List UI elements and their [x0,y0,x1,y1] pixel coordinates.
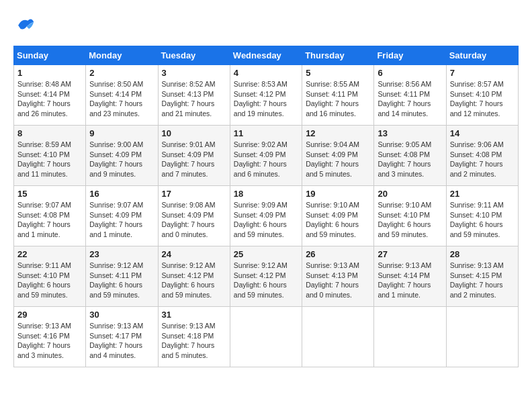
weekday-header-saturday: Saturday [446,46,518,65]
day-info: Sunrise: 9:00 AM Sunset: 4:09 PM Dayligh… [89,140,154,179]
day-number: 8 [17,128,82,138]
calendar-cell: 28 Sunrise: 9:13 AM Sunset: 4:15 PM Dayl… [446,246,518,307]
calendar-cell: 25 Sunrise: 9:12 AM Sunset: 4:12 PM Dayl… [230,246,302,307]
weekday-header-tuesday: Tuesday [158,46,230,65]
day-number: 13 [378,128,442,138]
week-row-3: 15 Sunrise: 9:07 AM Sunset: 4:08 PM Dayl… [14,186,519,246]
day-number: 1 [17,68,82,78]
calendar-cell: 12 Sunrise: 9:04 AM Sunset: 4:09 PM Dayl… [302,126,374,186]
day-info: Sunrise: 8:48 AM Sunset: 4:14 PM Dayligh… [17,79,82,119]
calendar-cell: 16 Sunrise: 9:07 AM Sunset: 4:09 PM Dayl… [86,186,158,246]
calendar-cell: 9 Sunrise: 9:00 AM Sunset: 4:09 PM Dayli… [86,126,158,186]
day-info: Sunrise: 8:59 AM Sunset: 4:10 PM Dayligh… [17,140,82,179]
day-info: Sunrise: 9:10 AM Sunset: 4:10 PM Dayligh… [378,200,442,240]
calendar-cell: 13 Sunrise: 9:05 AM Sunset: 4:08 PM Dayl… [374,126,446,186]
calendar-cell: 19 Sunrise: 9:10 AM Sunset: 4:09 PM Dayl… [302,186,374,246]
week-row-5: 29 Sunrise: 9:13 AM Sunset: 4:16 PM Dayl… [14,307,519,367]
day-number: 12 [306,128,370,138]
calendar-cell [374,307,446,367]
calendar-cell: 31 Sunrise: 9:13 AM Sunset: 4:18 PM Dayl… [158,307,230,367]
week-row-1: 1 Sunrise: 8:48 AM Sunset: 4:14 PM Dayli… [14,65,519,126]
week-row-2: 8 Sunrise: 8:59 AM Sunset: 4:10 PM Dayli… [14,126,519,186]
day-info: Sunrise: 9:09 AM Sunset: 4:09 PM Dayligh… [234,200,298,240]
day-info: Sunrise: 8:53 AM Sunset: 4:12 PM Dayligh… [234,79,298,119]
day-number: 30 [89,310,154,320]
day-info: Sunrise: 9:13 AM Sunset: 4:14 PM Dayligh… [378,261,442,300]
calendar-cell: 4 Sunrise: 8:53 AM Sunset: 4:12 PM Dayli… [230,65,302,126]
calendar-cell: 2 Sunrise: 8:50 AM Sunset: 4:14 PM Dayli… [86,65,158,126]
calendar-cell [302,307,374,367]
day-number: 20 [378,189,442,199]
day-number: 26 [306,249,370,259]
calendar-table: SundayMondayTuesdayWednesdayThursdayFrid… [13,46,519,367]
day-number: 28 [450,249,515,259]
calendar-cell: 23 Sunrise: 9:12 AM Sunset: 4:11 PM Dayl… [86,246,158,307]
day-number: 22 [17,249,82,259]
day-info: Sunrise: 9:13 AM Sunset: 4:16 PM Dayligh… [17,321,82,361]
day-number: 9 [89,128,154,138]
calendar-cell [446,307,518,367]
day-number: 27 [378,249,442,259]
day-info: Sunrise: 9:07 AM Sunset: 4:09 PM Dayligh… [89,200,154,240]
calendar-cell: 8 Sunrise: 8:59 AM Sunset: 4:10 PM Dayli… [14,126,86,186]
day-info: Sunrise: 9:07 AM Sunset: 4:08 PM Dayligh… [17,200,82,240]
weekday-header-monday: Monday [86,46,158,65]
day-number: 23 [89,249,154,259]
calendar-cell: 26 Sunrise: 9:13 AM Sunset: 4:13 PM Dayl… [302,246,374,307]
day-number: 11 [234,128,298,138]
week-row-4: 22 Sunrise: 9:11 AM Sunset: 4:10 PM Dayl… [14,246,519,307]
day-number: 3 [162,68,226,78]
day-number: 17 [162,189,226,199]
weekday-header-row: SundayMondayTuesdayWednesdayThursdayFrid… [14,46,519,65]
day-number: 6 [378,68,442,78]
calendar-cell: 14 Sunrise: 9:06 AM Sunset: 4:08 PM Dayl… [446,126,518,186]
calendar-cell: 21 Sunrise: 9:11 AM Sunset: 4:10 PM Dayl… [446,186,518,246]
page-header [13,13,519,35]
day-info: Sunrise: 9:01 AM Sunset: 4:09 PM Dayligh… [162,140,226,179]
day-number: 18 [234,189,298,199]
calendar-cell: 3 Sunrise: 8:52 AM Sunset: 4:13 PM Dayli… [158,65,230,126]
day-info: Sunrise: 9:11 AM Sunset: 4:10 PM Dayligh… [450,200,515,240]
day-number: 29 [17,310,82,320]
day-info: Sunrise: 9:13 AM Sunset: 4:13 PM Dayligh… [306,261,370,300]
day-number: 31 [162,310,226,320]
day-info: Sunrise: 8:56 AM Sunset: 4:11 PM Dayligh… [378,79,442,119]
day-info: Sunrise: 9:06 AM Sunset: 4:08 PM Dayligh… [450,140,515,179]
calendar-cell: 15 Sunrise: 9:07 AM Sunset: 4:08 PM Dayl… [14,186,86,246]
day-info: Sunrise: 9:04 AM Sunset: 4:09 PM Dayligh… [306,140,370,179]
day-info: Sunrise: 9:08 AM Sunset: 4:09 PM Dayligh… [162,200,226,240]
calendar-cell: 7 Sunrise: 8:57 AM Sunset: 4:10 PM Dayli… [446,65,518,126]
day-info: Sunrise: 9:12 AM Sunset: 4:12 PM Dayligh… [162,261,226,300]
calendar-cell: 27 Sunrise: 9:13 AM Sunset: 4:14 PM Dayl… [374,246,446,307]
day-info: Sunrise: 9:12 AM Sunset: 4:11 PM Dayligh… [89,261,154,300]
day-info: Sunrise: 8:57 AM Sunset: 4:10 PM Dayligh… [450,79,515,119]
day-info: Sunrise: 9:12 AM Sunset: 4:12 PM Dayligh… [234,261,298,300]
day-number: 25 [234,249,298,259]
day-info: Sunrise: 9:02 AM Sunset: 4:09 PM Dayligh… [234,140,298,179]
day-info: Sunrise: 9:13 AM Sunset: 4:15 PM Dayligh… [450,261,515,300]
day-number: 19 [306,189,370,199]
day-info: Sunrise: 8:52 AM Sunset: 4:13 PM Dayligh… [162,79,226,119]
day-info: Sunrise: 9:11 AM Sunset: 4:10 PM Dayligh… [17,261,82,300]
calendar-cell: 20 Sunrise: 9:10 AM Sunset: 4:10 PM Dayl… [374,186,446,246]
day-info: Sunrise: 9:13 AM Sunset: 4:17 PM Dayligh… [89,321,154,361]
day-info: Sunrise: 9:10 AM Sunset: 4:09 PM Dayligh… [306,200,370,240]
day-info: Sunrise: 9:05 AM Sunset: 4:08 PM Dayligh… [378,140,442,179]
weekday-header-friday: Friday [374,46,446,65]
weekday-header-thursday: Thursday [302,46,374,65]
day-number: 2 [89,68,154,78]
day-number: 15 [17,189,82,199]
calendar-cell: 29 Sunrise: 9:13 AM Sunset: 4:16 PM Dayl… [14,307,86,367]
day-number: 24 [162,249,226,259]
calendar-cell: 30 Sunrise: 9:13 AM Sunset: 4:17 PM Dayl… [86,307,158,367]
calendar-cell: 24 Sunrise: 9:12 AM Sunset: 4:12 PM Dayl… [158,246,230,307]
calendar-cell: 6 Sunrise: 8:56 AM Sunset: 4:11 PM Dayli… [374,65,446,126]
calendar-cell: 18 Sunrise: 9:09 AM Sunset: 4:09 PM Dayl… [230,186,302,246]
calendar-cell: 22 Sunrise: 9:11 AM Sunset: 4:10 PM Dayl… [14,246,86,307]
calendar-cell: 11 Sunrise: 9:02 AM Sunset: 4:09 PM Dayl… [230,126,302,186]
day-number: 16 [89,189,154,199]
day-number: 10 [162,128,226,138]
day-number: 5 [306,68,370,78]
day-info: Sunrise: 8:50 AM Sunset: 4:14 PM Dayligh… [89,79,154,119]
logo-icon [13,13,35,35]
